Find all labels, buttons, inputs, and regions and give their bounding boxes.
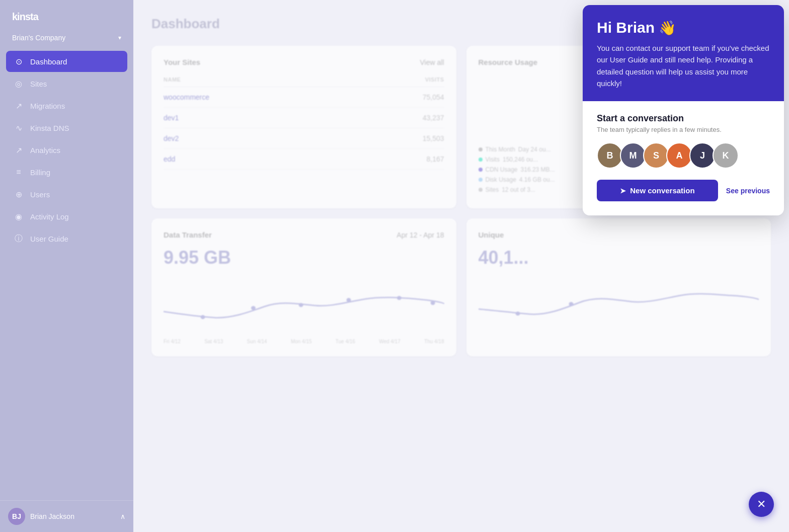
unique-visitors-card: Unique 40,1... xyxy=(466,218,771,356)
site-visits: 8,167 xyxy=(426,155,444,163)
company-name: Brian's Company xyxy=(12,34,65,42)
sites-table-header: NAME VISITS xyxy=(164,74,444,87)
sidebar-item-activity-log[interactable]: ◉ Activity Log xyxy=(6,206,127,227)
site-name[interactable]: edd xyxy=(164,155,426,163)
greeting-text: Hi Brian xyxy=(597,19,655,36)
col-name: NAME xyxy=(164,77,425,83)
x-label-6: Thu 4/18 xyxy=(424,339,444,344)
visits-value: 150,246 ou... xyxy=(503,156,538,163)
view-all-link[interactable]: View all xyxy=(420,58,444,66)
kinsta-logo: kinsta xyxy=(12,11,121,23)
popup-greeting: Hi Brian 👋 xyxy=(597,19,770,36)
sidebar-item-label: Kinsta DNS xyxy=(30,124,69,132)
this-month-label: This Month xyxy=(486,146,515,153)
svg-point-7 xyxy=(299,303,303,307)
sidebar-item-label: Analytics xyxy=(30,146,60,155)
unique-line-chart-svg xyxy=(479,276,759,327)
unique-value: 40,1... xyxy=(479,247,759,268)
site-name[interactable]: dev2 xyxy=(164,134,423,142)
sidebar-item-kinsta-dns[interactable]: ∿ Kinsta DNS xyxy=(6,117,127,138)
bottom-cards-row: Data Transfer Apr 12 - Apr 18 9.95 GB xyxy=(151,218,771,356)
site-name[interactable]: dev1 xyxy=(164,114,423,122)
unique-title: Unique xyxy=(479,231,504,239)
x-label-1: Sat 4/13 xyxy=(204,339,223,344)
see-previous-link[interactable]: See previous xyxy=(726,187,770,195)
logo-container: kinsta xyxy=(0,0,133,31)
sites-table: NAME VISITS woocommerce 75,054 dev1 43,2… xyxy=(164,74,444,170)
stat-dot xyxy=(479,188,483,192)
sidebar-item-label: Sites xyxy=(30,80,47,88)
line-chart-svg xyxy=(164,276,444,327)
table-row: edd 8,167 xyxy=(164,149,444,170)
support-avatar-6: K xyxy=(713,142,739,169)
site-visits: 75,054 xyxy=(423,93,444,101)
table-row: dev1 43,237 xyxy=(164,108,444,128)
site-name[interactable]: woocommerce xyxy=(164,93,423,101)
stat-dot xyxy=(479,158,483,162)
sites-label: Sites xyxy=(486,186,499,193)
unique-header: Unique xyxy=(479,231,759,239)
kinsta-dns-icon: ∿ xyxy=(13,122,24,133)
migrations-icon: ↗ xyxy=(13,100,24,111)
stat-dot xyxy=(479,178,483,182)
user-info[interactable]: BJ Brian Jackson xyxy=(8,508,74,525)
sidebar-item-label: User Guide xyxy=(30,235,68,243)
x-label-4: Tue 4/16 xyxy=(336,339,355,344)
table-row: dev2 15,503 xyxy=(164,128,444,149)
logo-text: kinsta xyxy=(12,11,38,23)
sidebar-item-users[interactable]: ⊕ Users xyxy=(6,184,127,205)
user-menu-chevron[interactable]: ∧ xyxy=(120,512,125,520)
data-transfer-card: Data Transfer Apr 12 - Apr 18 9.95 GB xyxy=(151,218,456,356)
sidebar-item-billing[interactable]: ≡ Billing xyxy=(6,162,127,183)
date-range: Apr 12 - Apr 18 xyxy=(397,231,444,239)
stat-dot xyxy=(479,147,483,151)
svg-point-5 xyxy=(201,315,205,319)
your-sites-header: Your Sites View all xyxy=(164,58,444,66)
your-sites-title: Your Sites xyxy=(164,58,200,66)
support-avatar-3: S xyxy=(643,142,669,169)
sidebar-item-label: Dashboard xyxy=(30,57,67,66)
billing-icon: ≡ xyxy=(13,167,24,178)
dashboard-icon: ⊙ xyxy=(13,56,24,67)
sidebar-item-migrations[interactable]: ↗ Migrations xyxy=(6,95,127,116)
popup-body: Start a conversation The team typically … xyxy=(583,101,784,215)
sidebar-item-label: Billing xyxy=(30,168,50,177)
conversation-subtitle: The team typically replies in a few minu… xyxy=(597,126,770,133)
your-sites-card: Your Sites View all NAME VISITS woocomme… xyxy=(151,46,456,208)
disk-value: 4.16 GB ou... xyxy=(519,176,555,183)
sidebar-item-label: Users xyxy=(30,190,50,199)
sidebar-item-user-guide[interactable]: ⓘ User Guide xyxy=(6,228,127,249)
popup-description: You can contact our support team if you'… xyxy=(597,42,770,89)
sidebar-item-analytics[interactable]: ↗ Analytics xyxy=(6,139,127,161)
user-name: Brian Jackson xyxy=(30,512,74,520)
support-avatars-row: B M S A J K xyxy=(597,142,770,169)
sidebar-item-label: Activity Log xyxy=(30,212,69,221)
conversation-title: Start a conversation xyxy=(597,113,770,124)
data-transfer-value: 9.95 GB xyxy=(164,247,444,268)
support-avatar-2: M xyxy=(620,142,646,169)
svg-point-8 xyxy=(346,298,351,302)
x-label-5: Wed 4/17 xyxy=(379,339,401,344)
new-conversation-button[interactable]: ➤ New conversation xyxy=(597,180,718,201)
activity-log-icon: ◉ xyxy=(13,211,24,222)
visits-label: Visits xyxy=(486,156,500,163)
close-popup-button[interactable]: ✕ xyxy=(749,492,774,517)
data-transfer-chart xyxy=(164,276,444,337)
avatar: BJ xyxy=(8,508,25,525)
data-transfer-title: Data Transfer xyxy=(164,231,212,239)
x-axis-labels: Fri 4/12 Sat 4/13 Sun 4/14 Mon 4/15 Tue … xyxy=(164,339,444,344)
day-out: Day 24 ou... xyxy=(518,146,551,153)
x-label-2: Sun 4/14 xyxy=(247,339,267,344)
sidebar-item-dashboard[interactable]: ⊙ Dashboard xyxy=(6,51,127,72)
user-guide-icon: ⓘ xyxy=(13,233,24,244)
company-selector[interactable]: Brian's Company ▾ xyxy=(0,31,133,49)
sidebar: kinsta Brian's Company ▾ ⊙ Dashboard ◎ S… xyxy=(0,0,133,532)
svg-point-10 xyxy=(431,301,435,305)
svg-point-12 xyxy=(569,302,573,306)
resource-usage-title: Resource Usage xyxy=(479,58,538,66)
x-label-0: Fri 4/12 xyxy=(164,339,181,344)
new-conversation-label: New conversation xyxy=(630,186,694,195)
user-initials: BJ xyxy=(12,512,21,520)
sidebar-item-sites[interactable]: ◎ Sites xyxy=(6,73,127,94)
data-transfer-header: Data Transfer Apr 12 - Apr 18 xyxy=(164,231,444,239)
